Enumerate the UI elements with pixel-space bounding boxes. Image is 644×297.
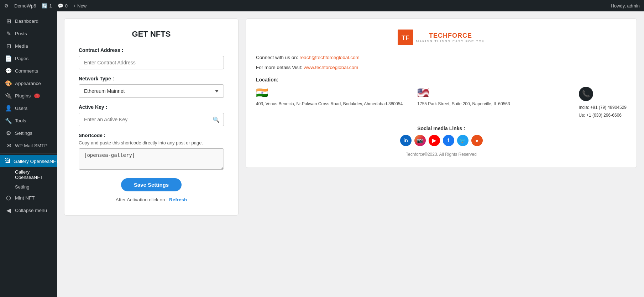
twitter-icon[interactable]: 🐦 <box>457 135 468 146</box>
details-url-link[interactable]: www.techforceglobal.com <box>304 65 358 70</box>
india-address: 403, Venus Benecia, Nr.Pakwan Cross Road… <box>256 101 410 107</box>
logo-section: TF TECHFORCE MAKING THINGS EASY FOR YOU <box>256 30 627 47</box>
shortcode-textarea[interactable]: [opensea-gallery] <box>79 148 224 170</box>
site-name[interactable]: DemoWp6 <box>14 3 36 9</box>
sidebar-item-tools[interactable]: 🔧 Tools <box>0 115 57 127</box>
social-label: Social media Links : <box>256 126 627 131</box>
wp-logo[interactable]: ⚙ <box>4 3 9 9</box>
active-key-input[interactable] <box>79 113 224 126</box>
key-search-icon[interactable]: 🔍 <box>213 116 220 123</box>
tools-icon: 🔧 <box>5 117 12 124</box>
shortcode-label: Shortcode : <box>79 133 224 138</box>
phone-section: 📞 India: +91 (79) 48904529 Us: +1 (630) … <box>579 87 627 119</box>
instagram-icon[interactable]: 📷 <box>414 135 426 146</box>
menu-divider <box>0 153 57 154</box>
shortcode-desc: Copy and paste this shortcode directly i… <box>79 140 224 145</box>
sidebar-item-gallery-openseanft[interactable]: Gallery OpenseaNFT <box>0 167 57 182</box>
details-info: For more details Visit: www.techforceglo… <box>256 64 627 71</box>
info-card: TF TECHFORCE MAKING THINGS EASY FOR YOU … <box>246 18 637 168</box>
other-social-icon[interactable]: ● <box>471 135 483 146</box>
pages-icon: 📄 <box>5 55 12 62</box>
facebook-icon[interactable]: f <box>443 135 454 146</box>
mint-icon: ⬡ <box>5 195 12 201</box>
mail-icon: ✉ <box>5 142 12 149</box>
contract-address-label: Contract Address : <box>79 47 224 53</box>
refresh-link[interactable]: Refresh <box>169 197 187 202</box>
plugins-badge: 1 <box>34 94 40 98</box>
social-icons-row: in 📷 ▶ f 🐦 ● <box>256 135 627 146</box>
active-key-label: Active Key : <box>79 104 224 110</box>
save-settings-button[interactable]: Save Settings <box>121 178 182 191</box>
dashboard-icon: ⊞ <box>5 18 12 25</box>
collapse-icon: ◀ <box>5 207 12 214</box>
sidebar-item-appearance[interactable]: 🎨 Appearance <box>0 77 57 90</box>
logo-text: TECHFORCE MAKING THINGS EASY FOR YOU <box>416 32 485 43</box>
location-heading: Location: <box>256 77 627 83</box>
users-icon: 👤 <box>5 105 12 112</box>
sidebar-item-comments[interactable]: 💬 Comments <box>0 65 57 77</box>
us-address: 1755 Park Street, Suite 200, Naperville,… <box>417 101 571 107</box>
after-activation-text: After Activation click on : Refresh <box>79 197 224 202</box>
updates-link[interactable]: 🔄 1 <box>42 3 52 9</box>
active-key-group: Active Key : 🔍 <box>79 104 224 126</box>
network-type-group: Network Type : Ethereum Mainnet Ropsten … <box>79 76 224 98</box>
main-content: GET NFTS Contract Address : Network Type… <box>57 11 644 297</box>
phone-icon: 📞 <box>579 87 593 101</box>
network-type-label: Network Type : <box>79 76 224 81</box>
plugins-icon: 🔌 <box>5 92 12 99</box>
comments-link[interactable]: 💬 0 <box>58 3 68 9</box>
content-area: GET NFTS Contract Address : Network Type… <box>64 18 637 216</box>
logo-brand-text: TECHFORCE <box>416 32 485 39</box>
sidebar-item-posts[interactable]: ✎ Posts <box>0 27 57 40</box>
appearance-icon: 🎨 <box>5 80 12 87</box>
logo-tagline-text: MAKING THINGS EASY FOR YOU <box>416 39 485 43</box>
sidebar-item-plugins[interactable]: 🔌 Plugins 1 <box>0 90 57 102</box>
locations-row: 🇮🇳 403, Venus Benecia, Nr.Pakwan Cross R… <box>256 87 627 119</box>
logo-icon: TF <box>398 30 413 45</box>
posts-icon: ✎ <box>5 30 12 37</box>
sidebar-item-pages[interactable]: 📄 Pages <box>0 52 57 65</box>
contract-address-group: Contract Address : <box>79 47 224 69</box>
india-location: 🇮🇳 403, Venus Benecia, Nr.Pakwan Cross R… <box>256 87 410 107</box>
new-content-link[interactable]: + New <box>73 3 87 9</box>
sidebar-item-mint-nft[interactable]: ⬡ Mint NFT <box>0 192 57 204</box>
form-title: GET NFTS <box>79 30 224 39</box>
network-type-select[interactable]: Ethereum Mainnet Ropsten Rinkeby Goerli … <box>79 84 224 98</box>
save-btn-wrapper: Save Settings <box>79 178 224 191</box>
us-flag: 🇺🇸 <box>417 87 571 99</box>
youtube-icon[interactable]: ▶ <box>429 135 440 146</box>
techforce-logo: TF TECHFORCE MAKING THINGS EASY FOR YOU <box>398 30 485 45</box>
tf-logo-svg: TF <box>398 30 413 45</box>
sidebar-item-setting[interactable]: Setting <box>0 182 57 192</box>
sidebar-item-gallery-openseanft-parent[interactable]: 🖼 Gallery OpenseaNFT <box>0 155 57 167</box>
connect-email-link[interactable]: reach@techforceglobal.com <box>299 55 359 60</box>
gallery-icon: 🖼 <box>5 158 11 164</box>
settings-icon: ⚙ <box>5 130 12 137</box>
us-location: 🇺🇸 1755 Park Street, Suite 200, Napervil… <box>417 87 571 107</box>
sidebar-item-users[interactable]: 👤 Users <box>0 102 57 115</box>
social-section: Social media Links : in 📷 ▶ f 🐦 ● <box>256 126 627 146</box>
copyright-text: Techforce©2023. All Rights Reserved <box>256 152 627 157</box>
sidebar-item-media[interactable]: ⊡ Media <box>0 40 57 52</box>
india-phone: India: +91 (79) 48904529 <box>579 104 627 112</box>
sidebar-collapse-button[interactable]: ◀ Collapse menu <box>0 204 57 217</box>
howdy-text: Howdy, admin <box>611 3 640 9</box>
get-nfts-card: GET NFTS Contract Address : Network Type… <box>64 18 239 216</box>
svg-text:TF: TF <box>402 35 409 42</box>
contract-address-input[interactable] <box>79 56 224 69</box>
admin-bar: ⚙ DemoWp6 🔄 1 💬 0 + New Howdy, admin <box>0 0 644 11</box>
sidebar-item-dashboard[interactable]: ⊞ Dashboard <box>0 15 57 27</box>
shortcode-group: Shortcode : Copy and paste this shortcod… <box>79 133 224 171</box>
sidebar-item-settings[interactable]: ⚙ Settings <box>0 127 57 139</box>
comments-icon: 💬 <box>5 68 12 74</box>
admin-sidebar: ⊞ Dashboard ✎ Posts ⊡ Media 📄 Pages 💬 Co… <box>0 11 57 297</box>
linkedin-icon[interactable]: in <box>400 135 412 146</box>
sidebar-item-wp-mail-smtp[interactable]: ✉ WP Mail SMTP <box>0 139 57 152</box>
phone-numbers: India: +91 (79) 48904529 Us: +1 (630) 29… <box>579 104 627 119</box>
connect-info: Connect with us on: reach@techforcegloba… <box>256 54 627 62</box>
media-icon: ⊡ <box>5 43 12 49</box>
us-phone: Us: +1 (630) 296-6606 <box>579 112 627 120</box>
active-key-wrapper: 🔍 <box>79 113 224 126</box>
india-flag: 🇮🇳 <box>256 87 410 99</box>
